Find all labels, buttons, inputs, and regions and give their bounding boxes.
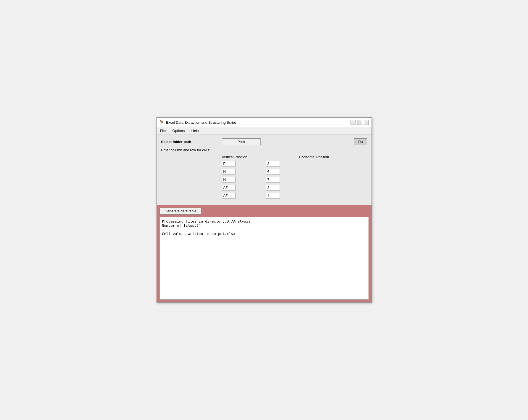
horizontal-input-3[interactable]: [266, 185, 280, 191]
vertical-input-0[interactable]: [222, 161, 236, 167]
menu-file[interactable]: File: [159, 128, 167, 133]
minimize-button[interactable]: —: [351, 120, 355, 125]
horizontal-position-header: Horizontal Position: [299, 155, 329, 159]
title-bar-controls: — □ ×: [351, 120, 369, 125]
menu-help[interactable]: Help: [190, 128, 200, 133]
cell-row-1: [222, 169, 367, 175]
title-bar: 🪶 Excel Data Extraction and Structuring …: [157, 118, 372, 127]
cell-row-3: [222, 185, 367, 191]
horizontal-input-0[interactable]: [266, 161, 280, 167]
path-button[interactable]: Path: [222, 138, 261, 145]
folder-path-row: Select folder path Path Ru: [161, 138, 367, 145]
vertical-position-header: Vertical Position: [222, 155, 266, 159]
run-button[interactable]: Ru: [354, 138, 367, 145]
menu-bar: File Options Help: [157, 127, 372, 134]
close-button[interactable]: ×: [364, 120, 369, 125]
vertical-input-2[interactable]: [222, 177, 236, 183]
top-section: Select folder path Path Ru Enter column …: [157, 134, 372, 205]
maximize-button[interactable]: □: [357, 120, 362, 125]
output-area[interactable]: Processing files in directory:D:/Analysi…: [160, 217, 369, 300]
main-window: 🪶 Excel Data Extraction and Structuring …: [156, 117, 372, 303]
app-icon: 🪶: [160, 120, 164, 125]
cell-row-0: [222, 161, 367, 167]
window-title: Excel Data Extraction and Structuring Sc…: [166, 120, 236, 125]
enter-cells-label: Enter column and row for cells:: [161, 148, 367, 152]
cell-row-4: [222, 193, 367, 199]
cell-row-2: [222, 177, 367, 183]
title-bar-left: 🪶 Excel Data Extraction and Structuring …: [160, 120, 236, 125]
bottom-section: Generate data table Processing files in …: [157, 205, 372, 302]
menu-options[interactable]: Options: [171, 128, 186, 133]
horizontal-input-1[interactable]: [266, 169, 280, 175]
horizontal-input-2[interactable]: [266, 177, 280, 183]
vertical-input-3[interactable]: [222, 185, 236, 191]
cells-header-row: Vertical Position Horizontal Position: [222, 155, 367, 159]
vertical-input-1[interactable]: [222, 169, 236, 175]
vertical-input-4[interactable]: [222, 193, 236, 199]
generate-data-table-button[interactable]: Generate data table: [160, 208, 202, 215]
horizontal-input-4[interactable]: [266, 193, 280, 199]
select-folder-label: Select folder path: [161, 140, 222, 144]
